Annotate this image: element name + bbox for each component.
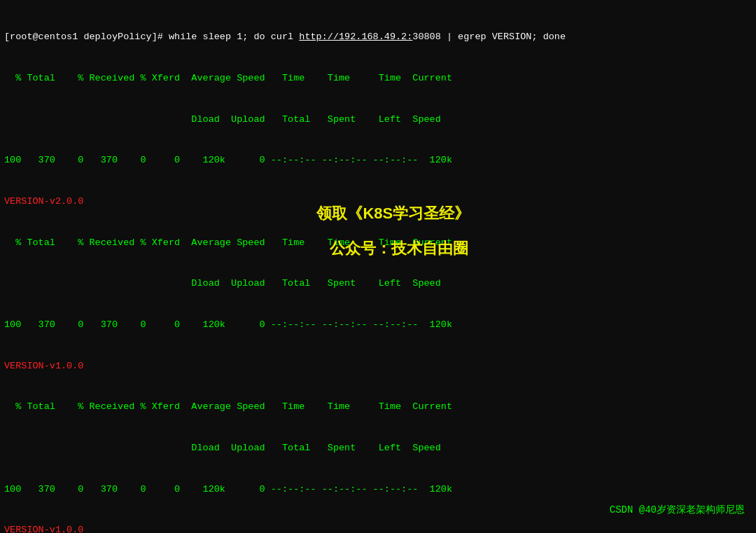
- csdn-watermark: CSDN @40岁资深老架构师尼恩: [610, 504, 745, 516]
- header-row1-1: % Total % Received % Xferd Average Speed…: [4, 71, 752, 85]
- command-line: [root@centos1 deployPolicy]# while sleep…: [4, 30, 752, 44]
- header-row2-3: Dload Upload Total Spent Left Speed: [4, 441, 752, 455]
- terminal-window: [root@centos1 deployPolicy]# while sleep…: [0, 0, 756, 533]
- header-row2-2: Dload Upload Total Spent Left Speed: [4, 277, 752, 291]
- header-row1-3: % Total % Received % Xferd Average Speed…: [4, 400, 752, 414]
- version-2: VERSION-v1.0.0: [4, 359, 752, 373]
- url-text: http://192.168.49.2:: [299, 32, 412, 42]
- version-3: VERSION-v1.0.0: [4, 523, 752, 533]
- watermark-text-2: 公众号：技术自由圈: [330, 238, 468, 259]
- watermark-text-1: 领取《K8S学习圣经》: [316, 203, 470, 224]
- data-row-2: 100 370 0 370 0 0 120k 0 --:--:-- --:--:…: [4, 318, 752, 332]
- header-row2-1: Dload Upload Total Spent Left Speed: [4, 113, 752, 127]
- data-row-1: 100 370 0 370 0 0 120k 0 --:--:-- --:--:…: [4, 153, 752, 167]
- data-row-3: 100 370 0 370 0 0 120k 0 --:--:-- --:--:…: [4, 483, 752, 497]
